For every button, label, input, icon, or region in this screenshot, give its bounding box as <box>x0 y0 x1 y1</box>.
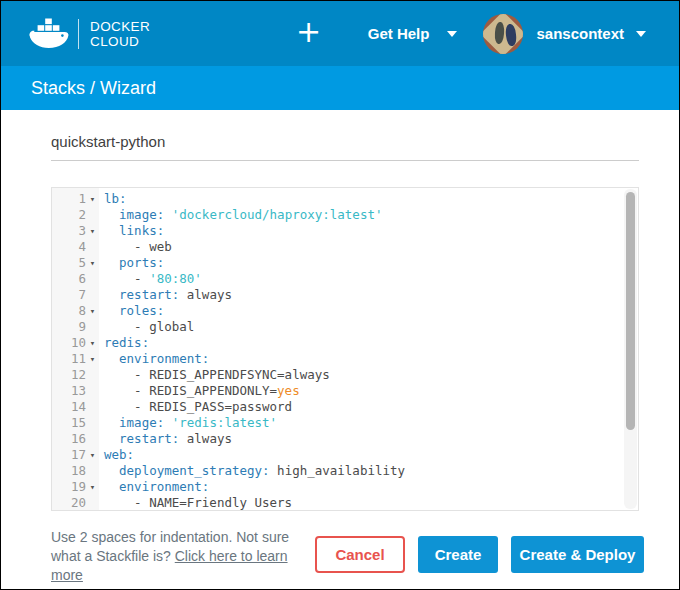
code-text: redis: <box>99 335 149 351</box>
fold-spacer <box>86 207 99 223</box>
action-buttons: Cancel Create Create & Deploy <box>315 528 644 573</box>
scrollbar-thumb[interactable] <box>626 192 635 430</box>
brand-line-2: CLOUD <box>90 34 150 49</box>
code-line: 5▾ ports: <box>52 255 638 271</box>
code-text: restart: always <box>99 287 232 303</box>
code-text: ports: <box>99 255 164 271</box>
create-and-deploy-button[interactable]: Create & Deploy <box>511 536 644 573</box>
fold-spacer <box>86 383 99 399</box>
fold-spacer <box>86 287 99 303</box>
code-line: 6 - '80:80' <box>52 271 638 287</box>
brand-line-1: DOCKER <box>90 19 150 34</box>
code-text: deployment_strategy: high_availability <box>99 463 405 479</box>
fold-spacer <box>86 431 99 447</box>
code-text: - NAME=Friendly Users <box>99 495 292 511</box>
line-number: 13 <box>71 383 86 399</box>
code-text: web: <box>99 447 134 463</box>
code-text: image: 'redis:latest' <box>99 415 277 431</box>
line-number: 15 <box>71 415 86 431</box>
code-line: 14 - REDIS_PASS=password <box>52 399 638 415</box>
get-help-label: Get Help <box>368 25 430 42</box>
code-text: image: 'dockercloud/haproxy:latest' <box>99 207 382 223</box>
code-line: 12 - REDIS_APPENDFSYNC=always <box>52 367 638 383</box>
line-number: 16 <box>71 431 86 447</box>
code-text: environment: <box>99 479 209 495</box>
code-text: - '80:80' <box>99 271 202 287</box>
fold-arrow-icon[interactable]: ▾ <box>86 335 99 351</box>
line-number: 5 <box>78 255 86 271</box>
top-nav-bar: DOCKER CLOUD + Get Help sanscontext <box>1 1 679 66</box>
fold-spacer <box>86 319 99 335</box>
code-line: 9 - global <box>52 319 638 335</box>
code-line: 19▾ environment: <box>52 479 638 495</box>
docker-cloud-logo[interactable]: DOCKER CLOUD <box>29 18 150 50</box>
fold-spacer <box>86 495 99 511</box>
line-number: 4 <box>78 239 86 255</box>
code-line: 18 deployment_strategy: high_availabilit… <box>52 463 638 479</box>
fold-arrow-icon[interactable]: ▾ <box>86 303 99 319</box>
line-number: 11 <box>71 351 86 367</box>
breadcrumb-bar: Stacks / Wizard <box>1 66 679 110</box>
main-content: 1▾lb:2 image: 'dockercloud/haproxy:lates… <box>1 127 679 511</box>
code-line: 17▾web: <box>52 447 638 463</box>
code-line: 7 restart: always <box>52 287 638 303</box>
line-number: 10 <box>71 335 86 351</box>
user-avatar[interactable] <box>483 14 523 54</box>
code-text: - REDIS_APPENDFSYNC=always <box>99 367 330 383</box>
line-number: 14 <box>71 399 86 415</box>
line-number: 6 <box>78 271 86 287</box>
code-text: - global <box>99 319 194 335</box>
fold-arrow-icon[interactable]: ▾ <box>86 223 99 239</box>
code-text: environment: <box>99 351 209 367</box>
username-label: sanscontext <box>536 25 624 42</box>
user-menu[interactable]: sanscontext <box>536 25 646 42</box>
line-number: 8 <box>78 303 86 319</box>
fold-spacer <box>86 271 99 287</box>
footer: Use 2 spaces for indentation. Not sure w… <box>1 528 679 585</box>
code-line: 2 image: 'dockercloud/haproxy:latest' <box>52 207 638 223</box>
cancel-button[interactable]: Cancel <box>315 536 405 573</box>
fold-arrow-icon[interactable]: ▾ <box>86 351 99 367</box>
code-line: 15 image: 'redis:latest' <box>52 415 638 431</box>
line-number: 1 <box>78 191 86 207</box>
fold-spacer <box>86 415 99 431</box>
code-text: - REDIS_APPENDONLY=yes <box>99 383 300 399</box>
code-text: lb: <box>99 191 127 207</box>
fold-spacer <box>86 399 99 415</box>
fold-arrow-icon[interactable]: ▾ <box>86 255 99 271</box>
line-number: 7 <box>78 287 86 303</box>
code-line: 3▾ links: <box>52 223 638 239</box>
code-line: 4 - web <box>52 239 638 255</box>
breadcrumb: Stacks / Wizard <box>31 78 156 99</box>
code-text: - REDIS_PASS=password <box>99 399 292 415</box>
code-line: 8▾ roles: <box>52 303 638 319</box>
code-line: 16 restart: always <box>52 431 638 447</box>
docker-whale-icon <box>29 18 69 50</box>
create-button[interactable]: Create <box>418 536 498 573</box>
code-text: - web <box>99 239 172 255</box>
fold-spacer <box>86 463 99 479</box>
code-line: 1▾lb: <box>52 191 638 207</box>
chevron-down-icon <box>636 31 646 37</box>
code-text: roles: <box>99 303 164 319</box>
brand-wordmark: DOCKER CLOUD <box>90 19 150 49</box>
indentation-help-text: Use 2 spaces for indentation. Not sure w… <box>51 528 315 585</box>
code-text: links: <box>99 223 164 239</box>
stackfile-editor[interactable]: 1▾lb:2 image: 'dockercloud/haproxy:lates… <box>51 187 639 511</box>
fold-arrow-icon[interactable]: ▾ <box>86 479 99 495</box>
get-help-menu[interactable]: Get Help <box>368 25 458 42</box>
stack-name-input[interactable] <box>51 127 639 161</box>
chevron-down-icon <box>447 31 457 37</box>
fold-arrow-icon[interactable]: ▾ <box>86 191 99 207</box>
code-line: 10▾redis: <box>52 335 638 351</box>
line-number: 19 <box>71 479 86 495</box>
code-lines: 1▾lb:2 image: 'dockercloud/haproxy:lates… <box>52 188 638 511</box>
page: { "header": { "brand_line1": "DOCKER", "… <box>0 0 680 590</box>
code-line: 11▾ environment: <box>52 351 638 367</box>
editor-scrollbar[interactable] <box>624 189 637 509</box>
add-plus-button[interactable]: + <box>296 14 321 50</box>
line-number: 18 <box>71 463 86 479</box>
line-number: 2 <box>78 207 86 223</box>
line-number: 20 <box>71 495 86 511</box>
fold-arrow-icon[interactable]: ▾ <box>86 447 99 463</box>
